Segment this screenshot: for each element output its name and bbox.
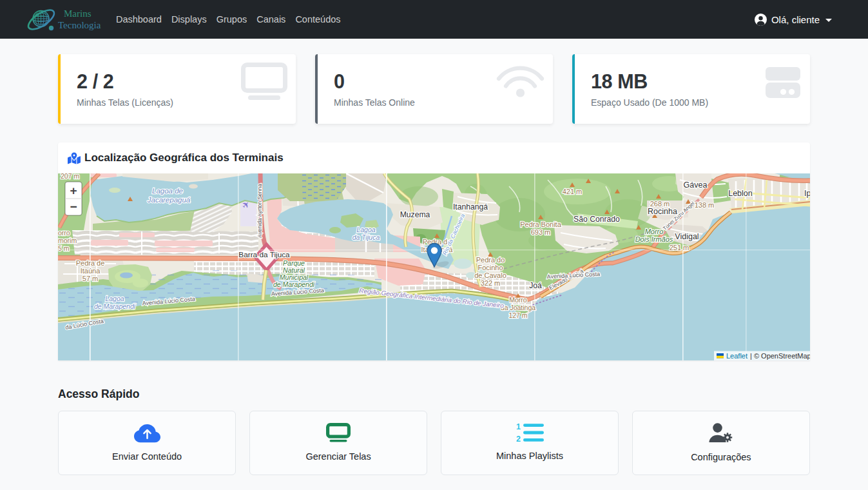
svg-text:Pedra do: Pedra do <box>476 256 505 264</box>
svg-text:Lagoa: Lagoa <box>105 295 124 302</box>
svg-text:322 m: 322 m <box>481 279 501 287</box>
svg-text:Morro: Morro <box>509 296 527 304</box>
svg-text:57 m: 57 m <box>82 275 98 282</box>
svg-text:Barra da Tijuca: Barra da Tijuca <box>238 250 290 259</box>
svg-text:Rocinha: Rocinha <box>648 207 677 216</box>
svg-text:Pedra Bonita: Pedra Bonita <box>520 220 561 228</box>
svg-text:Leaflet: Leaflet <box>726 352 747 360</box>
svg-text:693 m: 693 m <box>531 228 551 236</box>
svg-text:Lagoa: Lagoa <box>356 226 375 233</box>
svg-text:Jacarepaguá: Jacarepaguá <box>147 196 191 204</box>
svg-text:da Joatinga: da Joatinga <box>501 304 535 311</box>
svg-text:Itaúna: Itaúna <box>81 267 101 275</box>
svg-text:Morro: Morro <box>645 228 664 235</box>
svg-text:Leblon: Leblon <box>728 189 753 198</box>
svg-text:orro: orro <box>58 229 70 237</box>
svg-text:Focinho: Focinho <box>477 264 503 271</box>
svg-text:421 m: 421 m <box>563 188 583 195</box>
svg-text:268 m: 268 m <box>650 200 670 208</box>
svg-text:5 m: 5 m <box>58 244 70 252</box>
svg-text:Ip: Ip <box>804 189 810 198</box>
svg-text:Dois Irmãos: Dois Irmãos <box>635 235 673 243</box>
svg-text:Muzema: Muzema <box>400 210 430 219</box>
svg-text:Vidigal: Vidigal <box>675 232 699 241</box>
svg-text:207 m: 207 m <box>61 173 79 180</box>
svg-text:de Marapendi: de Marapendi <box>273 280 315 288</box>
svg-text:251 m: 251 m <box>670 244 690 251</box>
svg-text:1: 1 <box>516 423 521 431</box>
svg-text:Lagoa de: Lagoa de <box>152 187 183 195</box>
svg-text:2: 2 <box>516 435 521 442</box>
svg-text:+: + <box>70 184 77 197</box>
svg-text:Avenida Ayrton Senna: Avenida Ayrton Senna <box>256 184 263 238</box>
svg-text:| © OpenStreetMap: | © OpenStreetMap <box>750 352 810 360</box>
svg-text:Joá: Joá <box>529 281 542 290</box>
svg-text:da Tijuca: da Tijuca <box>352 233 380 241</box>
svg-text:Pedra de: Pedra de <box>76 259 105 267</box>
svg-text:de Cavalo: de Cavalo <box>474 271 506 279</box>
svg-text:Gávea: Gávea <box>684 181 708 190</box>
svg-text:127 m: 127 m <box>508 311 527 319</box>
svg-text:138 m: 138 m <box>695 201 715 209</box>
svg-text:São Conrado: São Conrado <box>574 215 620 224</box>
svg-text:morim: morim <box>58 237 77 244</box>
svg-text:−: − <box>70 200 77 213</box>
svg-text:de Marapendi: de Marapendi <box>94 302 136 310</box>
svg-text:Itanhangá: Itanhangá <box>453 202 488 211</box>
